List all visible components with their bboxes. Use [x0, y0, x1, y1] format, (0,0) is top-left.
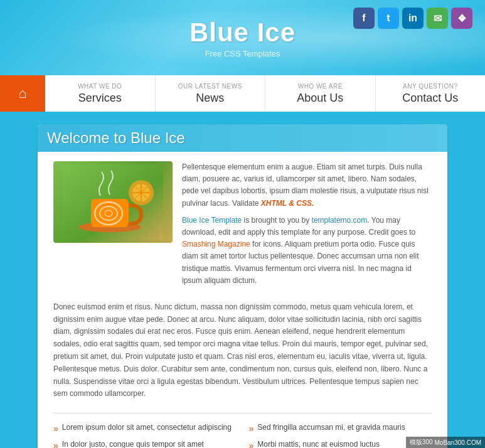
nav-items-container: WHAT WE DO Services OUR LATEST NEWS News…: [45, 75, 485, 112]
nav-sublabel-contact: ANY QUESTION?: [403, 83, 457, 90]
nav-label-services: Services: [78, 92, 122, 105]
coffee-illustration: [63, 164, 163, 240]
smashing-link[interactable]: Smashing Magazine: [182, 240, 250, 248]
nav-item-services[interactable]: WHAT WE DO Services: [45, 75, 156, 112]
nav-sublabel-about: WHO WE ARE: [298, 83, 343, 90]
blueice-template-link[interactable]: Blue Ice Template: [182, 216, 242, 225]
rss-icon[interactable]: ❖: [451, 8, 472, 29]
nav-item-contact[interactable]: ANY QUESTION? Contact Us: [376, 75, 486, 112]
bullet-col-right: » Sed fringilla accumsan mi, et gravida …: [249, 423, 432, 448]
watermark: 模版300 MoBan300.COM: [406, 437, 485, 448]
bullet-text: Sed fringilla accumsan mi, et gravida ma…: [257, 423, 405, 432]
blue-separator: [0, 112, 485, 118]
twitter-icon[interactable]: t: [378, 8, 399, 29]
main-wrapper: Welcome to Blue Ice: [0, 118, 485, 448]
chat-icon[interactable]: ✉: [427, 8, 448, 29]
bullet-item: » In dolor justo, congue quis tempor sit…: [53, 440, 237, 448]
intro-paragraph-2: Blue Ice Template is brought to you by t…: [182, 215, 432, 287]
header: f t in ✉ ❖ Blue Ice Free CSS Templates: [0, 0, 485, 75]
bullet-text: Morbi mattis, nunc at euismod luctus: [257, 440, 380, 448]
bullet-item: » Lorem ipsum dolor sit amet, consectetu…: [53, 423, 237, 434]
bullet-arrow-icon: »: [53, 424, 58, 434]
home-icon: ⌂: [18, 85, 26, 102]
xhtml-link[interactable]: XHTML & CSS.: [261, 199, 314, 208]
nav-label-news: News: [196, 92, 224, 105]
nav-sublabel-news: OUR LATEST NEWS: [178, 83, 242, 90]
content-divider: [53, 413, 432, 413]
bullet-text: In dolor justo, congue quis tempor sit a…: [62, 440, 204, 448]
site-subtitle: Free CSS Templates: [189, 49, 296, 58]
facebook-icon[interactable]: f: [353, 8, 375, 29]
bullet-arrow-icon: »: [53, 440, 58, 448]
bullet-arrow-icon: »: [249, 424, 254, 434]
social-icons-bar: f t in ✉ ❖: [353, 8, 472, 29]
welcome-heading: Welcome to Blue Ice: [38, 124, 447, 152]
nav-label-contact: Contact Us: [402, 92, 458, 105]
intro-text: Pellentesque elementum enim a augue. Eti…: [182, 161, 432, 292]
templatemo-link[interactable]: templatemo.com: [312, 216, 368, 225]
bullet-arrow-icon: »: [249, 440, 254, 448]
nav-item-news[interactable]: OUR LATEST NEWS News: [156, 75, 266, 112]
main-paragraph: Donec euismod enim et risus. Nunc dictum…: [53, 301, 432, 400]
bullet-lists: » Lorem ipsum dolor sit amet, consectetu…: [53, 423, 432, 448]
linkedin-icon[interactable]: in: [402, 8, 424, 29]
logo-area: Blue Ice Free CSS Templates: [189, 18, 296, 58]
content-image: [53, 161, 173, 243]
bullet-col-left: » Lorem ipsum dolor sit amet, consectetu…: [53, 423, 237, 448]
watermark-url: MoBan300.COM: [435, 439, 481, 446]
site-title: Blue Ice: [189, 18, 296, 48]
bullet-item: » Sed fringilla accumsan mi, et gravida …: [249, 423, 432, 434]
bullet-item: » Morbi mattis, nunc at euismod luctus: [249, 440, 432, 448]
nav-label-about: About Us: [297, 92, 343, 105]
bullet-text: Lorem ipsum dolor sit amet, consectetur …: [62, 423, 232, 432]
nav-sublabel-services: WHAT WE DO: [78, 83, 122, 90]
watermark-text: 模版300: [410, 438, 433, 447]
intro-paragraph-1: Pellentesque elementum enim a augue. Eti…: [182, 161, 432, 210]
content-box: Welcome to Blue Ice: [38, 124, 447, 448]
nav-item-about[interactable]: WHO WE ARE About Us: [265, 75, 376, 112]
nav-home-button[interactable]: ⌂: [0, 75, 45, 112]
content-intro: Pellentesque elementum enim a augue. Eti…: [53, 161, 432, 292]
navigation: ⌂ WHAT WE DO Services OUR LATEST NEWS Ne…: [0, 75, 485, 112]
